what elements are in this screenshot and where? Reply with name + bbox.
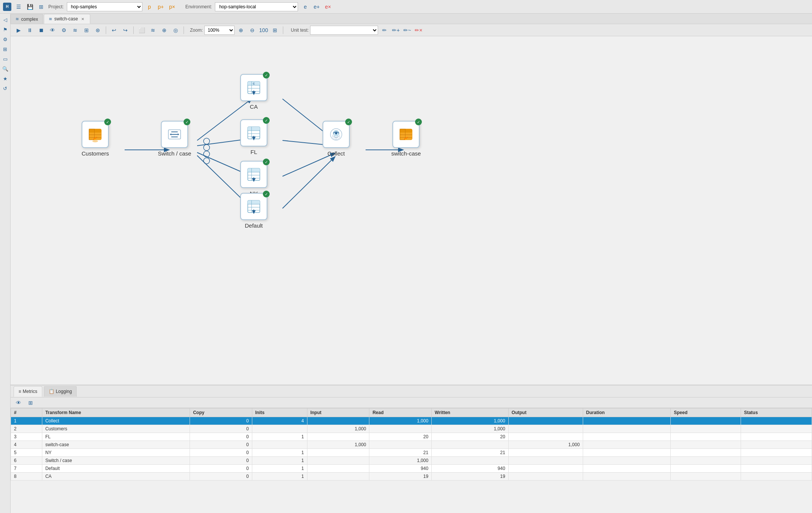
zoom-select[interactable]: 100% — [204, 26, 235, 35]
table-cell: Switch / case — [42, 457, 190, 465]
node-switch-case[interactable]: ✓ Switch / case — [158, 121, 191, 157]
node-customers[interactable]: ✓ Customers — [82, 121, 109, 157]
sidebar-icon-star[interactable]: ★ — [1, 74, 10, 83]
svg-point-10 — [204, 138, 210, 144]
tab-complex[interactable]: ≋ complex — [11, 14, 43, 24]
col-inits: Inits — [252, 408, 307, 417]
node-default-icon — [246, 199, 261, 214]
tab-switch-case[interactable]: ≋ switch-case ✕ — [44, 14, 91, 24]
env-select[interactable]: hop-samples-local — [215, 2, 298, 11]
sidebar-icon-arrow[interactable]: ◁ — [1, 15, 10, 24]
col-status: Status — [741, 408, 812, 417]
table-cell: 0 — [190, 417, 252, 425]
node-collect-check: ✓ — [345, 119, 352, 125]
toolbar-pause[interactable]: ⏸ — [25, 25, 35, 35]
tab-metrics[interactable]: ≡ Metrics — [14, 386, 42, 397]
node-fl-icon — [246, 125, 261, 140]
toolbar-redo[interactable]: ↪ — [120, 25, 130, 35]
node-default[interactable]: ✓ Default — [240, 193, 267, 229]
sidebar-icon-layers[interactable]: ⚑ — [1, 25, 10, 34]
table-cell: 4 — [252, 417, 307, 425]
metrics-eye-btn[interactable]: 👁 — [14, 398, 23, 408]
table-cell: 1,000 — [369, 457, 432, 465]
env-icon-3[interactable]: e× — [324, 3, 332, 11]
table-cell: switch-case — [42, 441, 190, 449]
zoom-label: Zoom: — [190, 28, 203, 33]
project-icon-3[interactable]: p× — [168, 3, 176, 11]
table-cell — [741, 473, 812, 481]
node-ny[interactable]: ✓ NY — [240, 161, 267, 197]
node-collect-label: Collect — [327, 150, 345, 157]
toolbar-layers[interactable]: ≋ — [148, 25, 158, 35]
titlebar-icon-2[interactable]: 💾 — [26, 3, 34, 11]
titlebar-icon-1[interactable]: ☰ — [14, 3, 23, 11]
toolbar-debug[interactable]: ⚙ — [59, 25, 69, 35]
toolbar-pin[interactable]: ⊛ — [93, 25, 103, 35]
toolbar-test-edit[interactable]: ✏ — [380, 25, 389, 35]
toolbar-select-all[interactable]: ⬜ — [137, 25, 147, 35]
toolbar-preview[interactable]: 👁 — [48, 25, 57, 35]
table-cell — [252, 425, 307, 433]
node-fl[interactable]: ✓ FL — [240, 119, 267, 155]
node-switch-case-out-icon — [398, 127, 414, 142]
table-cell — [369, 425, 432, 433]
project-icon-2[interactable]: p+ — [157, 3, 165, 11]
metrics-tree-btn[interactable]: ⊞ — [26, 398, 36, 408]
svg-point-51 — [335, 132, 337, 134]
toolbar-test-add[interactable]: ✏+ — [391, 25, 401, 35]
table-row[interactable]: 5NY012121 — [11, 449, 812, 457]
toolbar-run[interactable]: ▶ — [14, 25, 23, 35]
col-read: Read — [369, 408, 432, 417]
env-icon-2[interactable]: e+ — [312, 3, 321, 11]
tab-switch-case-label: switch-case — [54, 16, 78, 22]
env-icon-1[interactable]: e — [301, 3, 309, 11]
table-row[interactable]: 3FL012020 — [11, 433, 812, 441]
toolbar-zoom-out[interactable]: ⊖ — [247, 25, 257, 35]
project-select[interactable]: hop-samples — [67, 2, 142, 11]
toolbar-test-validate[interactable]: ✏~ — [402, 25, 412, 35]
sidebar-icon-grid[interactable]: ⊞ — [1, 45, 10, 54]
sidebar-icon-rect[interactable]: ▭ — [1, 54, 10, 63]
table-cell: 940 — [369, 465, 432, 473]
table-cell — [307, 457, 369, 465]
toolbar-zoom-in[interactable]: ⊕ — [236, 25, 246, 35]
node-collect[interactable]: ✓ Collect — [323, 121, 350, 157]
table-row[interactable]: 4switch-case01,0001,000 — [11, 441, 812, 449]
col-speed: Speed — [671, 408, 741, 417]
table-container[interactable]: # Transform Name Copy Inits Input Read W… — [11, 408, 812, 513]
sidebar-icon-loop[interactable]: ↺ — [1, 84, 10, 93]
tab-logging[interactable]: 📋 Logging — [44, 386, 77, 397]
table-row[interactable]: 6Switch / case011,000 — [11, 457, 812, 465]
table-cell: FL — [42, 433, 190, 441]
sidebar-icon-search[interactable]: 🔍 — [1, 64, 10, 73]
col-transform-name: Transform Name — [42, 408, 190, 417]
table-cell — [369, 441, 432, 449]
table-cell — [583, 473, 670, 481]
tab-switch-case-close[interactable]: ✕ — [80, 16, 85, 22]
node-ca[interactable]: ✓ C CA — [240, 74, 267, 110]
table-row[interactable]: 8CA011919 — [11, 473, 812, 481]
node-switch-case-out[interactable]: ✓ switch-case — [391, 121, 421, 157]
toolbar-stop[interactable]: ⏹ — [36, 25, 46, 35]
table-cell: 1,000 — [508, 441, 583, 449]
sidebar-icon-settings[interactable]: ⚙ — [1, 35, 10, 44]
node-default-check: ✓ — [263, 191, 270, 197]
table-row[interactable]: 1Collect041,0001,000 — [11, 417, 812, 425]
toolbar-zoom-fit[interactable]: ⊞ — [270, 25, 280, 35]
toolbar-hop[interactable]: ⊞ — [82, 25, 91, 35]
tabs-bar: ≋ complex ≋ switch-case ✕ — [11, 14, 812, 24]
table-cell — [671, 425, 741, 433]
toolbar-map[interactable]: ◎ — [171, 25, 181, 35]
project-icon-1[interactable]: p — [145, 3, 154, 11]
table-cell — [741, 417, 812, 425]
toolbar-workflow[interactable]: ≋ — [70, 25, 80, 35]
toolbar-test-delete[interactable]: ✏× — [414, 25, 423, 35]
table-row[interactable]: 2Customers01,0001,000 — [11, 425, 812, 433]
toolbar-zoom-100[interactable]: 100 — [259, 25, 269, 35]
toolbar-undo[interactable]: ↩ — [109, 25, 119, 35]
table-row[interactable]: 7Default01940940 — [11, 465, 812, 473]
unit-test-select[interactable] — [310, 26, 378, 35]
svg-rect-15 — [89, 129, 101, 133]
toolbar-snap[interactable]: ⊕ — [159, 25, 169, 35]
titlebar-icon-3[interactable]: ⊞ — [37, 3, 45, 11]
